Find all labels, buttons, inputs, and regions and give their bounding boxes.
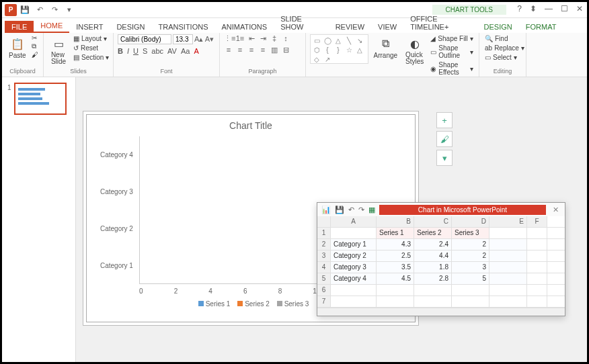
layout-button[interactable]: ▦Layout▾ — [72, 34, 110, 43]
save-icon[interactable]: 💾 — [18, 3, 32, 17]
decrease-indent-button[interactable]: ⇤ — [247, 34, 256, 43]
paste-button[interactable]: 📋 Paste — [6, 34, 29, 60]
quick-styles-button[interactable]: ◐ Quick Styles — [403, 34, 426, 66]
datasheet-close-icon[interactable]: ✕ — [550, 206, 561, 214]
tab-office-timeline[interactable]: OFFICE TIMELINE+ — [403, 13, 477, 33]
tab-view[interactable]: VIEW — [371, 21, 403, 33]
tab-design[interactable]: DESIGN — [110, 21, 151, 33]
strikethrough-button[interactable]: abc — [151, 47, 163, 55]
bold-button[interactable]: B — [118, 47, 123, 55]
text-direction-button[interactable]: ↕ — [281, 34, 290, 43]
ds-redo-icon[interactable]: ↷ — [358, 206, 364, 214]
datasheet-scrollbar[interactable] — [317, 308, 565, 316]
shape-effects-button[interactable]: ◉Shape Effects▾ — [429, 60, 475, 77]
chart-elements-button[interactable]: + — [436, 112, 453, 128]
section-button[interactable]: ▤Section▾ — [72, 53, 110, 62]
chart-shortcut-buttons: + 🖌 ▾ — [436, 112, 453, 166]
tab-file[interactable]: FILE — [5, 21, 34, 33]
paste-icon: 📋 — [9, 36, 26, 52]
tab-slideshow[interactable]: SLIDE SHOW — [274, 13, 329, 33]
undo-icon[interactable]: ↶ — [33, 3, 46, 17]
font-family-select[interactable]: Calibri (Body) — [118, 34, 171, 44]
tab-animations[interactable]: ANIMATIONS — [215, 21, 274, 33]
redo-icon[interactable]: ↷ — [48, 3, 61, 17]
change-case-button[interactable]: Aa — [181, 47, 190, 55]
group-font-label: Font — [118, 68, 215, 75]
close-icon[interactable]: ✕ — [576, 4, 583, 13]
group-paragraph-label: Paragraph — [224, 68, 301, 75]
new-slide-icon: ▭ — [50, 36, 67, 52]
copy-icon[interactable]: ⧉ — [32, 42, 38, 50]
shapes-gallery[interactable]: ▭◯△╲↘⬡ {}☆△◇↗ — [310, 34, 368, 64]
align-right-button[interactable]: ≡ — [247, 46, 256, 54]
char-spacing-button[interactable]: AV — [167, 47, 177, 55]
arrange-button[interactable]: ⧉ Arrange — [371, 34, 401, 60]
ds-save-icon[interactable]: 💾 — [335, 206, 344, 214]
quick-access-toolbar: P 💾 ↶ ↷ ▾ — [2, 3, 79, 17]
chart-filters-button[interactable]: ▾ — [436, 150, 453, 166]
slide-thumbnail-panel: 1 — [2, 77, 76, 362]
shape-fill-button[interactable]: ◢Shape Fill▾ — [429, 34, 475, 43]
ds-undo-icon[interactable]: ↶ — [348, 206, 354, 214]
window-controls: ? ⬍ — ☐ ✕ — [517, 4, 583, 13]
find-button[interactable]: 🔍Find — [483, 34, 526, 43]
chart-y-category-labels: Category 1 Category 2 Category 3 Categor… — [100, 136, 136, 284]
ds-excel-icon[interactable]: ▦ — [368, 206, 375, 214]
columns-button[interactable]: ▥ — [270, 46, 279, 54]
slide-number: 1 — [7, 84, 11, 91]
chart-styles-button[interactable]: 🖌 — [436, 131, 453, 147]
underline-button[interactable]: U — [133, 47, 139, 55]
slide-thumbnail-1[interactable]: 1 — [14, 83, 67, 115]
group-clipboard-label: Clipboard — [6, 68, 39, 75]
help-icon[interactable]: ? — [517, 4, 522, 13]
tab-transitions[interactable]: TRANSITIONS — [152, 21, 215, 33]
tab-insert[interactable]: INSERT — [69, 21, 110, 33]
select-button[interactable]: ▭Select▾ — [483, 53, 526, 62]
reset-button[interactable]: ↺Reset — [72, 44, 110, 52]
tab-review[interactable]: REVIEW — [329, 21, 371, 33]
shadow-button[interactable]: S — [143, 47, 147, 55]
tab-chart-design[interactable]: DESIGN — [477, 21, 519, 33]
numbering-button[interactable]: 1≡ — [235, 34, 245, 43]
format-painter-icon[interactable]: 🖌 — [32, 51, 38, 58]
justify-button[interactable]: ≡ — [258, 46, 268, 54]
align-center-button[interactable]: ≡ — [235, 46, 245, 54]
tab-home[interactable]: HOME — [34, 19, 69, 33]
align-left-button[interactable]: ≡ — [224, 46, 233, 54]
datasheet-title: Chart in Microsoft PowerPoint — [379, 205, 546, 215]
powerpoint-icon: P — [5, 4, 17, 16]
maximize-icon[interactable]: ☐ — [561, 4, 568, 13]
replace-button[interactable]: abReplace▾ — [483, 44, 526, 52]
line-spacing-button[interactable]: ‡ — [270, 34, 279, 43]
minimize-icon[interactable]: — — [545, 4, 553, 13]
cell-d1[interactable]: Series 3 — [452, 228, 489, 238]
tab-chart-format[interactable]: FORMAT — [519, 21, 563, 33]
ribbon: 📋 Paste ✂ ⧉ 🖌 Clipboard ▭ New Slide ▦Lay… — [2, 33, 587, 77]
new-slide-button[interactable]: ▭ New Slide — [48, 34, 69, 66]
font-size-select[interactable]: 13.3 — [173, 34, 193, 44]
cell-b1[interactable]: Series 1 — [377, 228, 414, 238]
chart-title[interactable]: Chart Title — [87, 115, 415, 136]
ds-chart-icon[interactable]: 📊 — [321, 206, 331, 214]
quick-styles-icon: ◐ — [407, 36, 423, 52]
cut-icon[interactable]: ✂ — [32, 34, 38, 42]
qat-dropdown-icon[interactable]: ▾ — [63, 3, 76, 17]
cell-c1[interactable]: Series 2 — [414, 228, 452, 238]
bullets-button[interactable]: ⋮≡ — [224, 34, 233, 43]
italic-button[interactable]: I — [127, 47, 129, 55]
ribbon-tabs: FILE HOME INSERT DESIGN TRANSITIONS ANIM… — [2, 18, 587, 33]
chart-data-window[interactable]: 📊 💾 ↶ ↷ ▦ Chart in Microsoft PowerPoint … — [317, 202, 565, 316]
align-text-button[interactable]: ⊟ — [281, 46, 290, 54]
font-color-button[interactable]: A — [194, 47, 198, 55]
group-slides-label: Slides — [48, 68, 109, 75]
ribbon-collapse-icon[interactable]: ⬍ — [530, 4, 537, 13]
arrange-icon: ⧉ — [377, 36, 393, 52]
increase-indent-button[interactable]: ⇥ — [258, 34, 268, 43]
datasheet-grid[interactable]: A B C D E F 1 Series 1 Series 2 Series 3… — [317, 216, 565, 308]
group-editing-label: Editing — [483, 68, 522, 75]
shape-outline-button[interactable]: ▭Shape Outline▾ — [429, 44, 475, 60]
